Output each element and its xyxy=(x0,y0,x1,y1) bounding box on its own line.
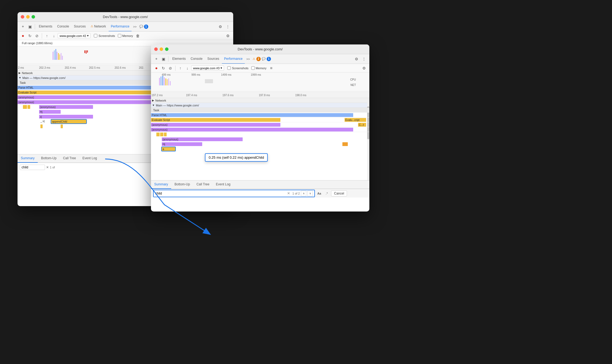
anon-row-2-1: (anonymous) C...t xyxy=(151,122,369,127)
anon-bar-2-1[interactable]: (anonymous) xyxy=(151,123,280,127)
trash-btn-1[interactable]: 🗑 xyxy=(135,33,141,39)
maximize-button-1[interactable] xyxy=(32,15,35,19)
settings-action-btn-1[interactable]: ⚙ xyxy=(225,33,231,39)
parse-html-bar-2[interactable]: Parse HTML xyxy=(151,113,353,117)
window-controls-2 xyxy=(154,47,169,51)
screenshots-grid-btn-2[interactable]: ⊞ xyxy=(268,65,274,71)
clear-btn-2[interactable]: ⊘ xyxy=(167,65,174,71)
reload-btn-1[interactable]: ↻ xyxy=(27,33,33,39)
hj-bar-1[interactable]: Hj xyxy=(39,110,61,114)
svg-rect-1 xyxy=(54,50,55,60)
svg-text:999 ms: 999 ms xyxy=(191,73,200,76)
appendchild-bar-1[interactable]: appendChild xyxy=(51,120,86,123)
upload-btn-1[interactable]: ↑ xyxy=(44,33,50,39)
tab-performance-1[interactable]: Performance xyxy=(109,22,132,32)
memory-checkbox-2[interactable] xyxy=(251,66,255,70)
tab-network-1[interactable]: ⚠Network xyxy=(88,22,108,32)
more-btn-2[interactable]: ⋮ xyxy=(361,56,367,62)
anon-indent-bar-2[interactable]: (anonymous) xyxy=(162,137,243,141)
tab-bottomup-2[interactable]: Bottom-Up xyxy=(171,180,193,189)
settings-btn-1[interactable]: ⚙ xyxy=(217,23,224,30)
tab-bottomup-1[interactable]: Bottom-Up xyxy=(38,154,60,163)
download-btn-2[interactable]: ↓ xyxy=(184,65,191,71)
minimize-button-1[interactable] xyxy=(26,15,30,19)
memory-checkbox-1[interactable] xyxy=(118,34,121,37)
close-search-icon-2[interactable]: ✕ xyxy=(287,191,290,195)
task-label-2: Task xyxy=(151,109,159,112)
tab-summary-2[interactable]: Summary xyxy=(151,180,171,189)
network-arrow-2: ▶ xyxy=(152,99,154,102)
upload-btn-2[interactable]: ↑ xyxy=(177,65,184,71)
minimize-button-2[interactable] xyxy=(160,47,163,51)
time-ruler-2: 197.2 ms 197.4 ms 197.6 ms 197.8 ms 198.… xyxy=(151,93,369,98)
settings-action-btn-2[interactable]: ⚙ xyxy=(361,65,367,71)
network-section-2[interactable]: ▶ Network xyxy=(151,98,369,103)
tab-console-1[interactable]: Console xyxy=(55,22,71,32)
svg-rect-2 xyxy=(55,49,56,60)
search-down-btn-2[interactable]: ∨ xyxy=(307,191,313,196)
anon-chip-1[interactable] xyxy=(23,105,27,109)
svg-rect-22 xyxy=(165,78,166,85)
evaluate-script-bar-2b[interactable]: Evalu...cript xyxy=(345,118,366,122)
screenshots-checkbox-2[interactable] xyxy=(227,66,231,70)
record-btn-1[interactable]: ● xyxy=(20,33,26,39)
network-label-1: Network xyxy=(22,71,33,75)
zj-bar-1[interactable]: zj xyxy=(39,115,93,119)
aa-btn-2[interactable]: Aa xyxy=(316,190,322,197)
a-bar-2[interactable]: a xyxy=(162,147,175,151)
clear-btn-1[interactable]: ⊘ xyxy=(34,33,40,39)
url-selector-1[interactable]: www.google.com #2 ▾ xyxy=(58,33,91,38)
hj-bar-2[interactable]: Hj xyxy=(162,142,202,146)
tab-console-2[interactable]: Console xyxy=(188,54,205,64)
tab-sources-1[interactable]: Sources xyxy=(72,22,88,32)
search-input-1[interactable] xyxy=(22,165,43,169)
tab-summary-1[interactable]: Summary xyxy=(18,154,38,163)
close-button-1[interactable] xyxy=(21,15,24,19)
tab-calltree-2[interactable]: Call Tree xyxy=(193,180,213,189)
tab-more-2[interactable]: >> xyxy=(245,57,251,61)
anon-bar-2-2[interactable]: (anonymous) xyxy=(151,128,353,131)
tab-sources-2[interactable]: Sources xyxy=(205,54,221,64)
hj-row-2: Hj xyxy=(151,142,369,147)
svg-rect-9 xyxy=(86,50,87,54)
tab-eventlog-1[interactable]: Event Log xyxy=(79,154,100,163)
search-up-btn-2[interactable]: ∧ xyxy=(301,191,306,196)
download-btn-1[interactable]: ↓ xyxy=(51,33,57,39)
url-selector-2[interactable]: www.google.com #3 ▾ xyxy=(191,65,224,71)
svg-text:1999 ms: 1999 ms xyxy=(251,73,261,76)
maximize-button-2[interactable] xyxy=(165,47,169,51)
cursor-icon-1[interactable]: ⌖ xyxy=(20,23,26,30)
marker-2 xyxy=(61,124,63,128)
main-section-2[interactable]: ▼ Main — https://www.google.com/ xyxy=(151,103,369,108)
anon-bar-2-1b[interactable]: C...t xyxy=(358,123,366,127)
cursor-icon-2[interactable]: ⌖ xyxy=(153,56,160,62)
more-btn-1[interactable]: ⋮ xyxy=(225,23,231,30)
screenshots-checkbox-1[interactable] xyxy=(94,34,97,37)
time-mark-4: 202.6 ms xyxy=(115,66,126,69)
tab-elements-2[interactable]: Elements xyxy=(170,54,188,64)
tab-more-1[interactable]: >> xyxy=(132,25,138,28)
screenshots-label-2: Screenshots xyxy=(232,67,248,70)
url-selector-text-2: www.google.com #3 xyxy=(193,67,219,70)
cancel-btn-2[interactable]: Cancel xyxy=(331,190,347,196)
anon-chip-2[interactable] xyxy=(27,105,30,109)
anon-bar-3[interactable]: (anonymous) xyxy=(39,105,93,109)
record-btn-2[interactable]: ● xyxy=(153,65,160,71)
reload-btn-2[interactable]: ↻ xyxy=(160,65,167,71)
dot-btn-2[interactable]: .* xyxy=(324,190,330,197)
tab-calltree-1[interactable]: Call Tree xyxy=(60,154,79,163)
settings-btn-2[interactable]: ⚙ xyxy=(353,56,360,62)
device-icon-1[interactable]: ▣ xyxy=(27,23,33,30)
device-icon-2[interactable]: ▣ xyxy=(160,56,167,62)
time-mark-2-1: 197.4 ms xyxy=(186,94,197,97)
tab-eventlog-2[interactable]: Event Log xyxy=(213,180,234,189)
close-button-2[interactable] xyxy=(154,47,158,51)
badge-count-1: 1 xyxy=(144,25,148,29)
tab-performance-2[interactable]: Performance xyxy=(222,54,245,64)
divider-1 xyxy=(35,24,35,29)
tab-elements-1[interactable]: Elements xyxy=(37,22,54,32)
search-count-1: 1 of xyxy=(50,166,55,169)
evaluate-script-bar-2[interactable]: Evaluate Script xyxy=(151,118,280,122)
search-input-2[interactable] xyxy=(155,192,171,195)
close-search-icon-1[interactable]: ✕ xyxy=(46,165,49,169)
